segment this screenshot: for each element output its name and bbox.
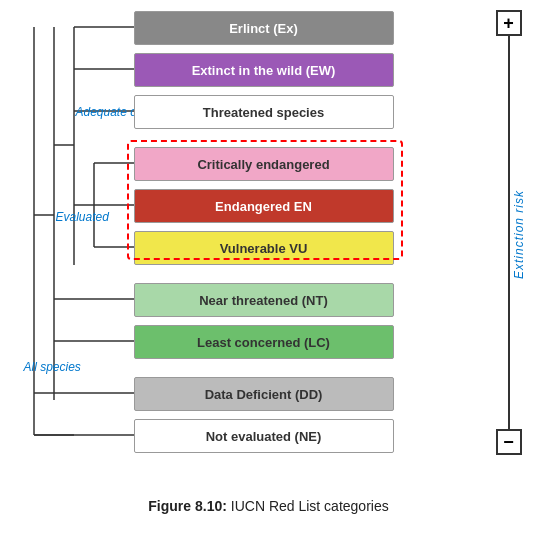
vu-row: Vulnerable VU <box>134 230 394 266</box>
nt-row: Near threatened (NT) <box>134 282 394 318</box>
threatened-row: Threatened species <box>134 94 394 130</box>
figure-caption: Figure 8.10: IUCN Red List categories <box>148 498 388 514</box>
ne-box: Not evaluated (NE) <box>134 419 394 453</box>
dd-row: Data Deficient (DD) <box>134 376 394 412</box>
ne-row: Not evaluated (NE) <box>134 418 394 454</box>
axis-line-bottom <box>508 233 510 430</box>
plus-box: + <box>496 10 522 36</box>
all-species-label: All species <box>24 360 81 374</box>
vu-box: Vulnerable VU <box>134 231 394 265</box>
figure-title: IUCN Red List categories <box>231 498 389 514</box>
en-box: Endangered EN <box>134 189 394 223</box>
extinct-row: Erlinct (Ex) <box>134 10 394 46</box>
lc-row: Least concerned (LC) <box>134 324 394 360</box>
threatened-box: Threatened species <box>134 95 394 129</box>
evaluated-label: Evaluated <box>56 210 109 224</box>
minus-box: − <box>496 429 522 455</box>
extinct-box: Erlinct (Ex) <box>134 11 394 45</box>
nt-box: Near threatened (NT) <box>134 283 394 317</box>
axis-line-top <box>508 36 510 233</box>
dd-box: Data Deficient (DD) <box>134 377 394 411</box>
figure-number: Figure 8.10: <box>148 498 227 514</box>
ew-box: Extinct in the wild (EW) <box>134 53 394 87</box>
cr-box: Critically endangered <box>134 147 394 181</box>
ew-row: Extinct in the wild (EW) <box>134 52 394 88</box>
diagram: Adequate data Evaluated All species Erli… <box>14 10 524 490</box>
lc-box: Least concerned (LC) <box>134 325 394 359</box>
extinction-risk-label: Extinction risk <box>512 190 526 279</box>
tree-lines <box>14 10 144 470</box>
cr-row: Critically endangered <box>134 146 394 182</box>
en-row: Endangered EN <box>134 188 394 224</box>
